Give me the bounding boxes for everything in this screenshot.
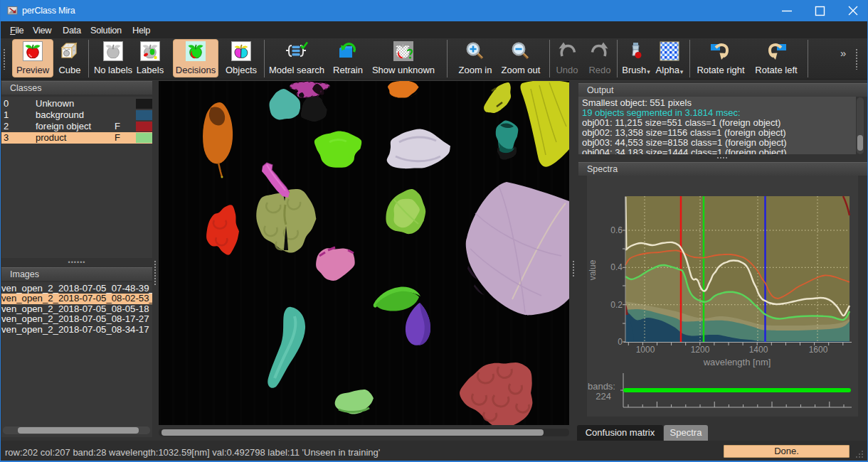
svg-text:1400: 1400 xyxy=(749,345,768,355)
svg-text:value: value xyxy=(588,259,598,280)
svg-text:0.4: 0.4 xyxy=(610,262,623,272)
svg-text:0.6: 0.6 xyxy=(610,225,623,235)
svg-text:wavelength [nm]: wavelength [nm] xyxy=(703,357,771,367)
svg-text:1600: 1600 xyxy=(809,345,828,355)
svg-text:bands:: bands: xyxy=(588,381,615,392)
svg-text:1200: 1200 xyxy=(691,345,710,355)
svg-text:0.2: 0.2 xyxy=(610,300,623,310)
svg-text:0: 0 xyxy=(618,337,623,347)
svg-text:1000: 1000 xyxy=(636,345,655,355)
svg-text:224: 224 xyxy=(596,391,611,402)
